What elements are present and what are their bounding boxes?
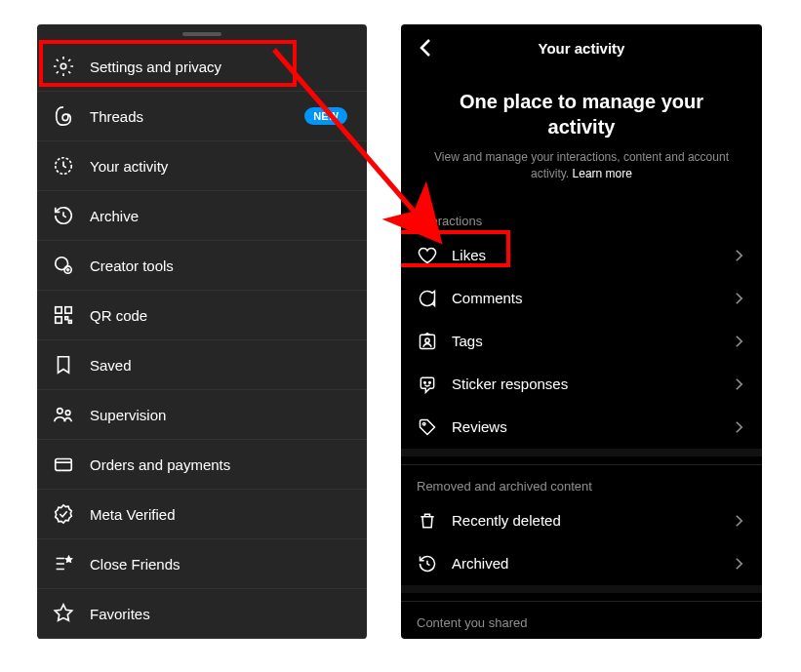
svg-rect-13 bbox=[56, 459, 72, 471]
chevron-right-icon bbox=[731, 248, 746, 263]
activity-icon bbox=[53, 155, 74, 177]
row-comments[interactable]: Comments bbox=[401, 277, 762, 320]
row-tags[interactable]: Tags bbox=[401, 320, 762, 363]
row-sticker-responses[interactable]: Sticker responses bbox=[401, 363, 762, 406]
svg-point-20 bbox=[424, 381, 426, 383]
menu-label: Archive bbox=[90, 208, 139, 224]
hero-title: One place to manage your activity bbox=[430, 89, 733, 139]
threads-icon bbox=[53, 105, 74, 127]
tags-icon bbox=[417, 331, 438, 352]
menu-item-meta-verified[interactable]: Meta Verified bbox=[37, 490, 367, 539]
svg-rect-8 bbox=[56, 317, 61, 323]
row-label: Tags bbox=[452, 333, 483, 349]
new-badge: NEW bbox=[304, 107, 347, 125]
chevron-right-icon bbox=[731, 291, 746, 306]
svg-point-2 bbox=[56, 257, 68, 270]
section-label-removed: Removed and archived content bbox=[401, 471, 762, 499]
menu-item-close-friends[interactable]: Close Friends bbox=[37, 539, 367, 589]
hero-subtitle: View and manage your interactions, conte… bbox=[430, 149, 733, 182]
svg-point-22 bbox=[422, 422, 425, 425]
highlight-likes bbox=[401, 230, 510, 267]
menu-item-threads[interactable]: Threads NEW bbox=[37, 92, 367, 141]
learn-more-link[interactable]: Learn more bbox=[573, 167, 632, 180]
supervision-icon bbox=[53, 404, 74, 425]
menu-item-supervision[interactable]: Supervision bbox=[37, 390, 367, 440]
row-label: Recently deleted bbox=[452, 512, 561, 529]
menu-item-creator-tools[interactable]: Creator tools bbox=[37, 241, 367, 291]
row-recently-deleted[interactable]: Recently deleted bbox=[401, 499, 762, 542]
chevron-right-icon bbox=[731, 334, 746, 349]
star-icon bbox=[53, 603, 74, 624]
menu-label: Saved bbox=[90, 357, 132, 374]
menu-label: Close Friends bbox=[90, 556, 180, 573]
menu-label: Orders and payments bbox=[90, 456, 230, 473]
section-removed: Removed and archived content Recently de… bbox=[401, 464, 762, 585]
svg-point-12 bbox=[65, 411, 70, 415]
back-button[interactable] bbox=[415, 36, 438, 59]
menu-item-orders-payments[interactable]: Orders and payments bbox=[37, 440, 367, 490]
trash-icon bbox=[417, 510, 438, 532]
svg-point-11 bbox=[58, 409, 63, 415]
section-label-shared: Content you shared bbox=[401, 608, 762, 636]
menu-item-qr-code[interactable]: QR code bbox=[37, 291, 367, 340]
header-title: Your activity bbox=[401, 40, 762, 57]
credit-card-icon bbox=[53, 454, 74, 475]
svg-rect-6 bbox=[56, 307, 61, 313]
chevron-right-icon bbox=[731, 376, 746, 392]
menu-label: QR code bbox=[90, 307, 147, 324]
menu-label: Your activity bbox=[90, 158, 168, 175]
row-posts[interactable]: Posts bbox=[401, 636, 762, 639]
drag-handle bbox=[182, 32, 221, 36]
section-divider bbox=[401, 449, 762, 456]
creator-tools-icon bbox=[53, 255, 74, 276]
settings-menu-panel: Settings and privacy Threads NEW Your ac… bbox=[37, 24, 367, 639]
archive-icon bbox=[53, 205, 74, 226]
qr-code-icon bbox=[53, 304, 74, 326]
row-likes[interactable]: Likes bbox=[401, 234, 762, 277]
your-activity-panel: Your activity One place to manage your a… bbox=[401, 24, 762, 639]
menu-item-archive[interactable]: Archive bbox=[37, 191, 367, 241]
menu-label: Threads bbox=[90, 108, 143, 125]
highlight-settings-privacy bbox=[39, 40, 297, 87]
row-reviews[interactable]: Reviews bbox=[401, 406, 762, 449]
verified-icon bbox=[53, 503, 74, 525]
header-bar: Your activity bbox=[401, 24, 762, 69]
menu-label: Meta Verified bbox=[90, 506, 176, 523]
menu-label: Favorites bbox=[90, 606, 150, 622]
svg-point-21 bbox=[429, 381, 431, 383]
row-label: Archived bbox=[452, 555, 508, 572]
hero-section: One place to manage your activity View a… bbox=[401, 69, 762, 200]
chevron-right-icon bbox=[731, 419, 746, 435]
svg-rect-18 bbox=[421, 335, 435, 348]
sticker-icon bbox=[417, 374, 438, 395]
section-shared: Content you shared Posts bbox=[401, 601, 762, 639]
saved-icon bbox=[53, 354, 74, 376]
section-interactions: Interactions Likes Comments Tags bbox=[401, 200, 762, 449]
row-label: Reviews bbox=[452, 418, 507, 435]
comment-icon bbox=[417, 288, 438, 309]
svg-rect-10 bbox=[69, 321, 72, 324]
row-label: Comments bbox=[452, 290, 523, 306]
section-divider bbox=[401, 585, 762, 593]
svg-point-19 bbox=[425, 338, 429, 342]
archived-icon bbox=[417, 553, 438, 574]
menu-label: Creator tools bbox=[90, 257, 174, 274]
menu-item-favorites[interactable]: Favorites bbox=[37, 589, 367, 639]
reviews-tag-icon bbox=[417, 416, 438, 438]
close-friends-icon bbox=[53, 553, 74, 574]
menu-label: Supervision bbox=[90, 407, 166, 423]
row-label: Sticker responses bbox=[452, 376, 568, 392]
row-archived[interactable]: Archived bbox=[401, 542, 762, 585]
menu-item-saved[interactable]: Saved bbox=[37, 340, 367, 390]
menu-item-your-activity[interactable]: Your activity bbox=[37, 141, 367, 191]
svg-rect-9 bbox=[65, 317, 68, 320]
chevron-right-icon bbox=[731, 513, 746, 529]
chevron-right-icon bbox=[731, 556, 746, 572]
svg-rect-7 bbox=[65, 307, 71, 313]
